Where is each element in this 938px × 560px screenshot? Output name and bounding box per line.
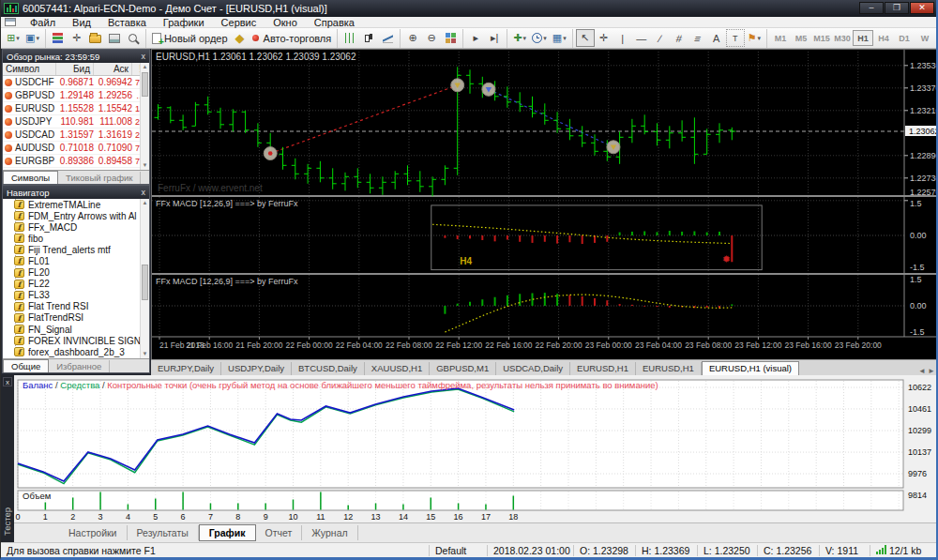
cursor-tool-button[interactable]: ↖: [576, 29, 595, 47]
zoom-in-button[interactable]: ⊕: [403, 29, 422, 47]
market-watch-column-headers[interactable]: СимволБидАск!: [3, 63, 149, 76]
table-row[interactable]: GBPUSD1.291481.29256…: [3, 89, 149, 102]
timeframe-M1[interactable]: M1: [770, 30, 791, 46]
navigator-item[interactable]: fFlat Trend RSI: [3, 301, 140, 312]
menu-item-Файл[interactable]: Файл: [22, 17, 64, 28]
line-chart-mode-button[interactable]: [378, 29, 397, 47]
crosshair-tool-button[interactable]: ✛: [595, 29, 613, 47]
navigator-tab-Общие[interactable]: Общие: [3, 359, 49, 372]
table-row[interactable]: USDCHF0.968710.9694271: [3, 76, 149, 89]
menu-item-Окно[interactable]: Окно: [265, 17, 306, 28]
tester-tab-Результаты[interactable]: Результаты: [128, 525, 199, 540]
navigator-tab-Избранное[interactable]: Избранное: [49, 360, 110, 372]
menu-item-Справка[interactable]: Справка: [306, 17, 363, 28]
timeframe-W[interactable]: W: [915, 30, 935, 46]
chart-tab-0[interactable]: EURJPY,Daily: [151, 362, 221, 375]
chart-window[interactable]: 1.235301.233701.232101.228901.227301.225…: [151, 49, 938, 359]
market-watch-close-icon[interactable]: x: [142, 52, 146, 61]
navigator-item[interactable]: fFiji Trend_alerts mtf: [3, 244, 140, 255]
navigator-item[interactable]: ffibo: [3, 233, 140, 244]
tester-chart-canvas[interactable]: 1062210461102991013799769814Баланс / Сре…: [14, 375, 938, 522]
new-order-button[interactable]: Новый ордер: [149, 29, 231, 47]
zoom-out-button[interactable]: ⊖: [422, 29, 441, 47]
tester-tab-График[interactable]: График: [199, 524, 256, 541]
title-bar[interactable]: 60057441: Alpari-ECN-Demo - Демо Счет - …: [1, 0, 936, 17]
navigator-item[interactable]: fFL22: [3, 279, 140, 290]
market-watch-header[interactable]: Обзор рынка: 23:59:59 x: [3, 50, 149, 63]
navigator-close-icon[interactable]: x: [142, 188, 146, 197]
market-watch-tab-Символы[interactable]: Символы: [3, 171, 58, 184]
chart-tab-scroll-arrows[interactable]: ◄ ►: [918, 367, 938, 375]
chart-shift-button[interactable]: ▸|: [485, 29, 504, 47]
column-header-2[interactable]: Аск: [94, 63, 132, 75]
menu-item-Графики[interactable]: Графики: [155, 17, 213, 28]
table-row[interactable]: USDCAD1.315971.3161922: [3, 129, 149, 142]
close-button[interactable]: ✕: [910, 2, 934, 14]
label-tool-button[interactable]: T: [726, 29, 745, 47]
bar-chart-mode-button[interactable]: [340, 29, 359, 47]
navigator-item[interactable]: fExtremeTMALine: [3, 199, 140, 210]
timeframe-D1[interactable]: D1: [894, 30, 915, 46]
navigator-item[interactable]: fFFx_MACD: [3, 221, 140, 233]
chart-tab-1[interactable]: USDJPY,Daily: [221, 362, 292, 375]
metaeditor-button[interactable]: ◆: [231, 29, 250, 47]
tester-tab-Отчет[interactable]: Отчет: [256, 525, 303, 540]
chart-tab-6[interactable]: EURUSD,H1: [570, 362, 636, 375]
chart-tab-7[interactable]: EURUSD,H1: [636, 362, 702, 375]
chart-tab-5[interactable]: USDCAD,Daily: [496, 362, 570, 375]
navigator-item[interactable]: fFOREX INVINCIBLE SIGNA: [3, 335, 140, 346]
menu-item-Сервис[interactable]: Сервис: [213, 17, 265, 28]
tester-tab-Журнал[interactable]: Журнал: [302, 525, 357, 540]
tester-toggle[interactable]: [124, 29, 143, 47]
market-watch-toggle[interactable]: [49, 29, 68, 47]
maximize-button[interactable]: ❐: [885, 2, 909, 14]
tile-windows-button[interactable]: [441, 29, 460, 47]
menu-item-Вид[interactable]: Вид: [64, 17, 99, 28]
terminal-toggle[interactable]: [105, 29, 124, 47]
navigator-item[interactable]: fFL01: [3, 255, 140, 266]
navigator-item[interactable]: fFDM_Entry Arrows with Al: [3, 210, 140, 221]
data-window-toggle[interactable]: ✛: [68, 29, 86, 47]
new-chart-button[interactable]: ⊞▾: [4, 29, 23, 47]
navigator-header[interactable]: Навигатор x: [3, 186, 149, 199]
chart-tab-8[interactable]: EURUSD,H1 (visual): [702, 361, 799, 375]
chart-tab-2[interactable]: BTCUSD,Daily: [292, 362, 365, 375]
child-window-icon[interactable]: [5, 18, 16, 26]
indicators-button[interactable]: ✚▾: [510, 29, 529, 47]
chart-tab-4[interactable]: GBPUSD,M1: [430, 362, 496, 375]
status-profile[interactable]: Default: [429, 545, 487, 556]
column-header-0[interactable]: Символ: [3, 63, 56, 75]
navigator-scrollbar[interactable]: ▲ ▼: [140, 199, 149, 358]
timeframe-M15[interactable]: M15: [811, 30, 832, 46]
navigator-item[interactable]: fFL20: [3, 267, 140, 279]
timeframe-M5[interactable]: M5: [791, 30, 811, 46]
table-row[interactable]: USDJPY110.981111.00827: [3, 115, 149, 129]
minimize-button[interactable]: –: [859, 2, 884, 14]
vline-tool-button[interactable]: |: [613, 29, 632, 47]
navigator-item[interactable]: fFN_Signal: [3, 324, 140, 335]
navigator-item[interactable]: fFlatTrendRSI: [3, 312, 140, 324]
timeframe-H4[interactable]: H4: [873, 30, 894, 46]
autotrade-button[interactable]: Авто-торговля: [250, 29, 335, 47]
navigator-item[interactable]: fforex_dashboard_2b_3: [3, 346, 140, 357]
navigator-toggle[interactable]: [86, 29, 105, 47]
price-chart-canvas[interactable]: 1.235301.233701.232101.228901.227301.225…: [152, 50, 938, 360]
table-row[interactable]: AUDUSD0.710180.7109072: [3, 142, 149, 155]
timeframe-M30[interactable]: M30: [832, 30, 853, 46]
tester-side-label[interactable]: Тестер: [2, 507, 12, 536]
table-row[interactable]: EURUSD1.155281.1554214: [3, 102, 149, 115]
tester-close-icon[interactable]: x: [3, 377, 12, 386]
hline-tool-button[interactable]: —: [632, 29, 651, 47]
market-watch-scrollbar[interactable]: ▲ ▼: [140, 63, 149, 170]
candlestick-mode-button[interactable]: [359, 29, 378, 47]
arrows-tool-button[interactable]: ⚑▾: [745, 29, 764, 47]
periods-button[interactable]: ▾: [529, 29, 550, 47]
table-row[interactable]: EURGBP0.893860.8945872: [3, 155, 149, 168]
tester-tab-Настройки[interactable]: Настройки: [59, 525, 128, 540]
chart-tab-3[interactable]: XAUUSD,H1: [365, 362, 430, 375]
profiles-button[interactable]: ▣▾: [23, 29, 42, 47]
column-header-1[interactable]: Бид: [56, 63, 94, 75]
trendline-tool-button[interactable]: ∕: [651, 29, 670, 47]
templates-button[interactable]: ▦▾: [550, 29, 569, 47]
auto-scroll-button[interactable]: ▸: [466, 29, 485, 47]
